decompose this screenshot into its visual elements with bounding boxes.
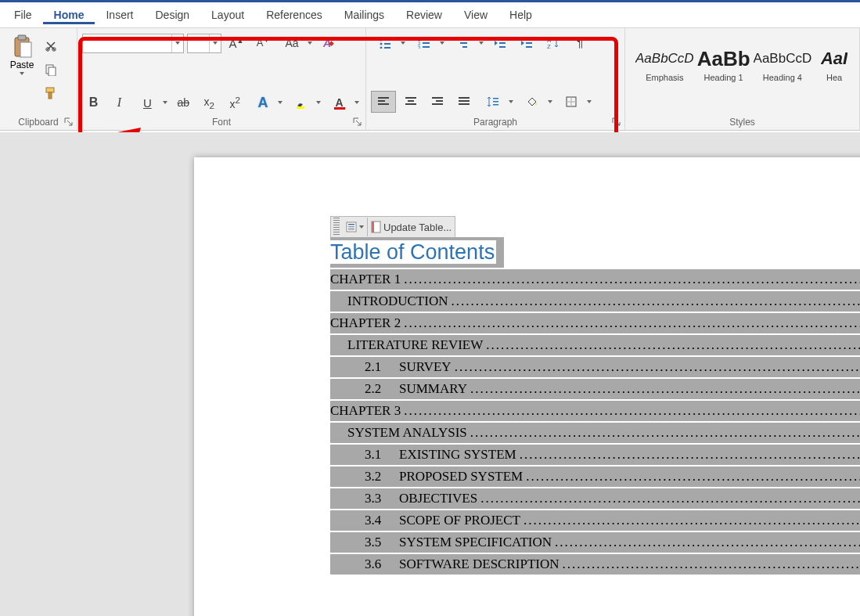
font-color-button[interactable]: A xyxy=(326,92,361,113)
font-size-combo[interactable] xyxy=(187,34,221,53)
toc-entry[interactable]: SYSTEM ANALYSIS xyxy=(330,423,860,443)
menu-tab-home[interactable]: Home xyxy=(43,5,95,24)
update-table-button[interactable]: Update Table... xyxy=(367,218,455,236)
toc-entry[interactable]: CHAPTER 2 xyxy=(330,313,860,333)
document-page[interactable]: Update Table... Table of Contents CHAPTE… xyxy=(194,157,860,616)
toc-entry[interactable]: CHAPTER 3 xyxy=(330,401,860,421)
toc-entry[interactable]: 3.2PROPOSED SYSTEM xyxy=(330,467,860,487)
svg-rect-1 xyxy=(18,35,26,40)
menu-tab-help[interactable]: Help xyxy=(498,5,543,24)
bullets-button[interactable] xyxy=(371,33,407,53)
ribbon: Paste Clipboard A▲ A▼ Aa A◆ B I U ab xyxy=(0,28,860,131)
shading-button[interactable] xyxy=(518,92,554,112)
menu-tab-file[interactable]: File xyxy=(3,5,43,24)
numbering-button[interactable]: 123 xyxy=(410,33,446,53)
dialog-launcher-icon[interactable] xyxy=(353,117,362,127)
text-effects-button[interactable]: A xyxy=(250,92,285,113)
align-left-button[interactable] xyxy=(371,91,396,113)
svg-point-10 xyxy=(380,39,383,41)
underline-button[interactable]: U xyxy=(134,92,169,113)
toc-toolbar: Update Table... xyxy=(330,216,455,238)
strikethrough-button[interactable]: ab xyxy=(172,92,195,113)
menu-tab-layout[interactable]: Layout xyxy=(200,5,255,24)
toc-entry[interactable]: INTRODUCTION xyxy=(330,291,860,312)
toc-block[interactable]: Table of Contents CHAPTER 1INTRODUCTIONC… xyxy=(330,237,860,575)
justify-button[interactable] xyxy=(452,92,476,112)
menu-tab-view[interactable]: View xyxy=(453,5,498,24)
format-painter-button[interactable] xyxy=(41,83,61,103)
paste-label: Paste xyxy=(10,59,34,70)
dialog-launcher-icon[interactable] xyxy=(612,117,621,127)
toc-entry[interactable]: 3.4SCOPE OF PROJECT xyxy=(330,510,860,531)
svg-rect-42 xyxy=(459,97,470,99)
clear-formatting-button[interactable]: A◆ xyxy=(317,33,340,53)
svg-rect-41 xyxy=(432,103,443,105)
svg-rect-28 xyxy=(526,38,532,40)
svg-rect-43 xyxy=(459,100,470,102)
svg-rect-36 xyxy=(405,97,416,99)
subscript-button[interactable]: x2 xyxy=(198,92,221,113)
svg-rect-34 xyxy=(378,100,385,102)
shrink-font-button[interactable]: A▼ xyxy=(251,33,275,53)
borders-icon xyxy=(566,96,577,107)
paint-bucket-icon xyxy=(526,95,538,108)
decrease-indent-button[interactable] xyxy=(488,33,512,53)
grow-font-button[interactable]: A▲ xyxy=(225,33,248,53)
style-hea[interactable]: AaIHea xyxy=(814,38,855,89)
menu-tab-review[interactable]: Review xyxy=(395,5,453,24)
line-spacing-button[interactable] xyxy=(479,92,515,112)
svg-rect-7 xyxy=(46,88,54,92)
show-marks-button[interactable]: ¶ xyxy=(568,33,592,53)
align-center-icon xyxy=(405,97,416,106)
toc-entry[interactable]: 3.3OBJECTIVES xyxy=(330,488,860,509)
toc-entry[interactable]: CHAPTER 1 xyxy=(330,269,860,290)
sort-button[interactable]: AZ xyxy=(542,33,565,53)
chevron-down-icon xyxy=(359,225,364,229)
menu-tab-design[interactable]: Design xyxy=(144,5,200,24)
cut-button[interactable] xyxy=(41,36,61,56)
toc-entry[interactable]: 3.6SOFTWARE DESCRIPTION xyxy=(330,554,860,575)
menu-tab-mailings[interactable]: Mailings xyxy=(333,5,395,24)
svg-rect-21 xyxy=(423,46,430,48)
style-emphasis[interactable]: AaBbCcDEmphasis xyxy=(635,38,695,89)
svg-text:Z: Z xyxy=(547,43,551,49)
align-center-button[interactable] xyxy=(399,92,423,112)
toc-entry[interactable]: 3.1EXISTING SYSTEM xyxy=(330,445,860,465)
align-right-button[interactable] xyxy=(426,92,449,112)
toc-menu-button[interactable] xyxy=(342,218,367,236)
chevron-down-icon[interactable] xyxy=(171,34,183,52)
toc-entry[interactable]: 3.5SYSTEM SPECIFICATION xyxy=(330,532,860,553)
style-heading-1[interactable]: AaBbHeading 1 xyxy=(696,38,751,89)
menu-tab-references[interactable]: References xyxy=(255,5,333,24)
drag-handle-icon[interactable] xyxy=(333,218,340,236)
dialog-launcher-icon[interactable] xyxy=(64,117,74,127)
font-color-icon: A xyxy=(334,96,345,110)
strike-icon: ab xyxy=(177,96,189,109)
menu-tab-insert[interactable]: Insert xyxy=(95,5,144,24)
svg-rect-11 xyxy=(384,39,390,41)
toc-entry[interactable]: LITERATURE REVIEW xyxy=(330,335,860,355)
svg-rect-25 xyxy=(499,38,506,40)
svg-rect-29 xyxy=(526,42,532,44)
svg-rect-13 xyxy=(384,43,390,45)
italic-button[interactable]: I xyxy=(108,92,131,113)
svg-rect-2 xyxy=(20,42,31,57)
font-name-combo[interactable] xyxy=(82,34,184,53)
copy-button[interactable] xyxy=(41,59,61,80)
svg-rect-35 xyxy=(378,103,389,105)
bold-button[interactable]: B xyxy=(82,92,105,113)
paste-button[interactable]: Paste xyxy=(5,33,39,103)
clipboard-group: Paste Clipboard xyxy=(0,28,77,130)
svg-rect-46 xyxy=(493,101,498,103)
svg-rect-44 xyxy=(459,103,470,105)
change-case-button[interactable]: Aa xyxy=(278,33,314,53)
toc-entry[interactable]: 2.1SURVEY xyxy=(330,357,860,377)
chevron-down-icon[interactable] xyxy=(209,34,221,52)
style-heading-4[interactable]: AaBbCcDHeading 4 xyxy=(753,38,813,89)
superscript-button[interactable]: x2 xyxy=(224,92,246,113)
borders-button[interactable] xyxy=(557,92,593,112)
multilevel-list-button[interactable] xyxy=(449,33,485,53)
highlight-button[interactable] xyxy=(287,92,322,113)
toc-entry[interactable]: 2.2SUMMARY xyxy=(330,379,860,399)
increase-indent-button[interactable] xyxy=(515,33,538,53)
